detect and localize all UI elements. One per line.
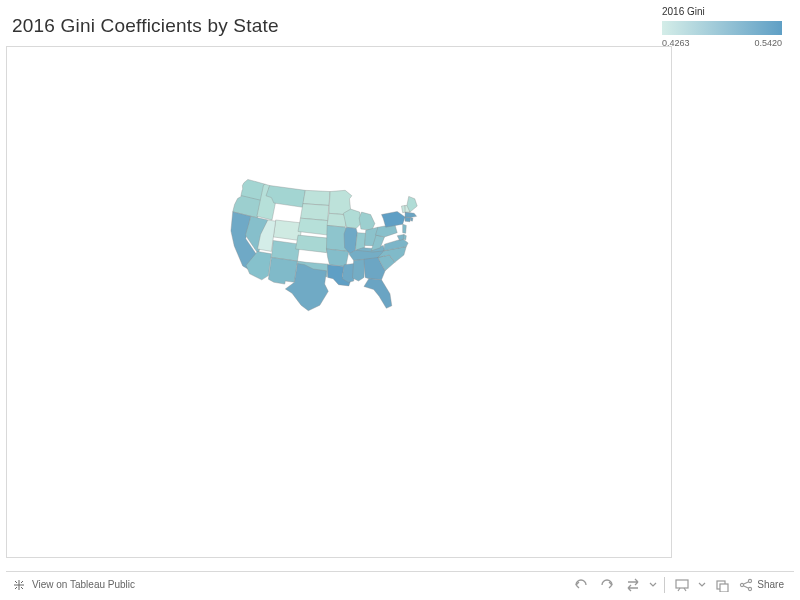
legend-title: 2016 Gini [662, 6, 782, 17]
map-viewport[interactable] [6, 46, 672, 558]
svg-line-5 [21, 581, 23, 583]
svg-line-4 [15, 587, 17, 589]
presentation-icon [674, 578, 690, 592]
tableau-logo-link[interactable]: View on Tableau Public [12, 578, 135, 592]
state-in [355, 233, 365, 251]
chart-title: 2016 Gini Coefficients by State [12, 15, 279, 37]
legend-max: 0.5420 [754, 38, 782, 48]
presentation-button[interactable] [669, 575, 695, 595]
download-icon [714, 578, 730, 592]
legend-gradient [662, 21, 782, 35]
svg-line-15 [744, 585, 749, 588]
chevron-down-icon [649, 582, 657, 588]
undo-button[interactable] [568, 575, 594, 595]
state-mi [359, 212, 375, 230]
legend: 2016 Gini 0.4263 0.5420 [662, 6, 782, 48]
state-ks [296, 235, 329, 253]
redo-button[interactable] [594, 575, 620, 595]
state-ia [327, 213, 346, 227]
state-ar [326, 249, 348, 267]
tableau-icon [12, 578, 26, 592]
state-ri [411, 218, 413, 222]
share-icon [739, 578, 753, 592]
undo-icon [573, 578, 589, 592]
legend-labels: 0.4263 0.5420 [662, 38, 782, 48]
state-al [352, 259, 365, 281]
state-ne [298, 218, 329, 235]
state-de [403, 234, 406, 239]
state-nj [403, 224, 407, 233]
separator [664, 577, 665, 593]
state-fl [364, 279, 392, 309]
state-sd [300, 204, 328, 221]
svg-rect-6 [676, 580, 688, 588]
state-ct [405, 217, 410, 222]
svg-line-14 [744, 581, 749, 584]
state-wi [343, 209, 361, 228]
presentation-menu-button[interactable] [695, 575, 709, 595]
svg-rect-10 [720, 584, 728, 592]
state-ny [382, 212, 406, 228]
redo-icon [599, 578, 615, 592]
replay-menu-button[interactable] [646, 575, 660, 595]
svg-line-2 [15, 581, 17, 583]
state-nd [303, 190, 330, 205]
view-tableau-label: View on Tableau Public [32, 579, 135, 590]
replay-button[interactable] [620, 575, 646, 595]
replay-icon [625, 578, 641, 592]
chevron-down-icon [698, 582, 706, 588]
share-label: Share [757, 579, 784, 590]
share-button[interactable]: Share [735, 578, 788, 592]
state-ma [405, 212, 416, 217]
toolbar: View on Tableau Public Share [6, 571, 794, 597]
us-map [217, 177, 507, 357]
state-nm [268, 257, 297, 284]
download-button[interactable] [709, 575, 735, 595]
svg-line-3 [21, 587, 23, 589]
